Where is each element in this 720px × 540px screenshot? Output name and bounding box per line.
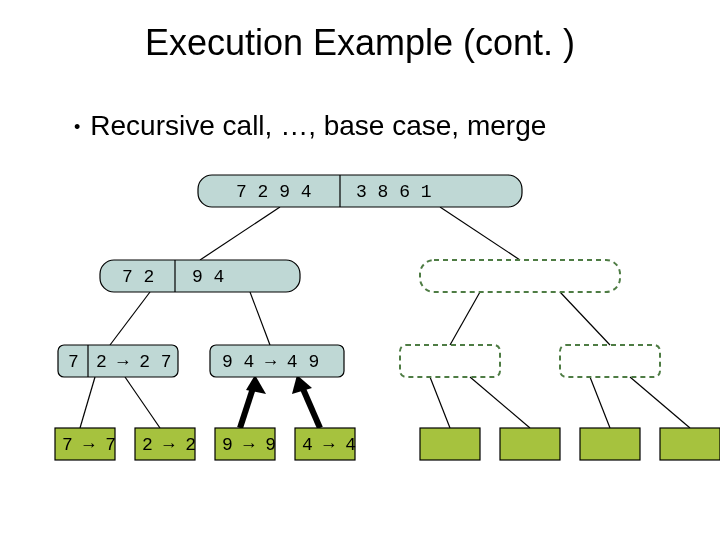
- node-l3-e-placeholder: [420, 428, 480, 460]
- merge-sort-tree: 7 2 9 4 3 8 6 1 7 2 9 4 7 2 → 2 7 9 4 → …: [0, 150, 720, 530]
- edge: [200, 207, 280, 260]
- edge: [110, 292, 150, 345]
- edge: [470, 377, 530, 428]
- edge: [450, 292, 480, 345]
- merge-arrow-left: [240, 375, 266, 428]
- svg-text:4 → 4: 4 → 4: [302, 435, 356, 455]
- slide: Execution Example (cont. ) •Recursive ca…: [0, 0, 720, 540]
- l2a-left: 7: [68, 352, 79, 372]
- edge: [125, 377, 160, 428]
- bullet-line: •Recursive call, …, base case, merge: [74, 110, 546, 142]
- node-l2-b: 9 4 → 4 9: [210, 345, 344, 377]
- edge: [630, 377, 690, 428]
- svg-text:7 → 7: 7 → 7: [62, 435, 116, 455]
- edge: [430, 377, 450, 428]
- node-l2-a: 7 2 → 2 7: [58, 345, 178, 377]
- root-right: 3 8 6 1: [356, 182, 432, 202]
- node-l3-h-placeholder: [660, 428, 720, 460]
- l1-left-b: 9 4: [192, 267, 224, 287]
- node-l3-f-placeholder: [500, 428, 560, 460]
- node-l3-a: 7 → 7: [55, 428, 116, 460]
- node-l1-left: 7 2 9 4: [100, 260, 300, 292]
- edge: [560, 292, 610, 345]
- root-left: 7 2 9 4: [236, 182, 312, 202]
- node-l3-b: 2 → 2: [135, 428, 196, 460]
- bullet-text: Recursive call, …, base case, merge: [90, 110, 546, 141]
- merge-arrow-right: [292, 375, 320, 428]
- svg-text:9 → 9: 9 → 9: [222, 435, 276, 455]
- l2a-right: 2 → 2 7: [96, 352, 172, 372]
- node-l1-right-placeholder: [420, 260, 620, 292]
- node-l3-c: 9 → 9: [215, 428, 276, 460]
- edge: [80, 377, 95, 428]
- l2b-text: 9 4 → 4 9: [222, 352, 319, 372]
- edge: [440, 207, 520, 260]
- node-l3-g-placeholder: [580, 428, 640, 460]
- node-l2-d-placeholder: [560, 345, 660, 377]
- bullet-dot: •: [74, 117, 90, 137]
- node-l3-d: 4 → 4: [295, 428, 356, 460]
- edge: [590, 377, 610, 428]
- edge: [250, 292, 270, 345]
- node-l2-c-placeholder: [400, 345, 500, 377]
- node-root: 7 2 9 4 3 8 6 1: [198, 175, 522, 207]
- svg-text:2 → 2: 2 → 2: [142, 435, 196, 455]
- l1-left-a: 7 2: [122, 267, 154, 287]
- slide-title: Execution Example (cont. ): [0, 22, 720, 64]
